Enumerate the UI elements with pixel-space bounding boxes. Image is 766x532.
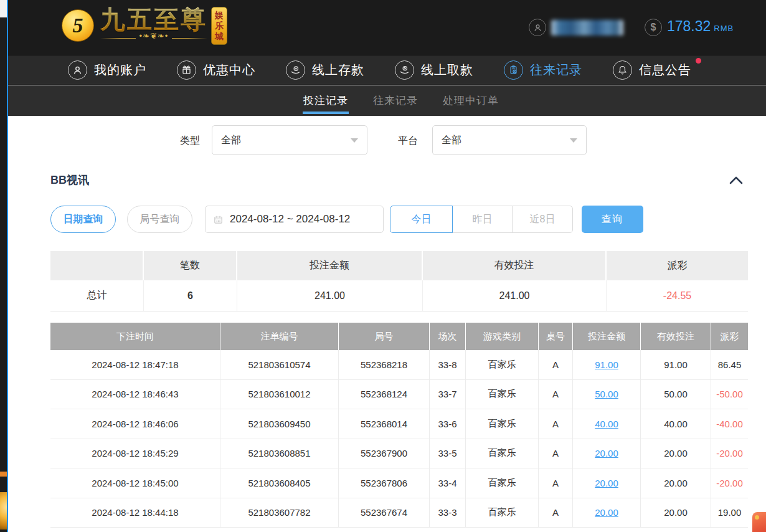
col-header-session: 场次: [430, 323, 466, 350]
cell-game-type: 百家乐: [466, 350, 539, 379]
bet-table-body: 2024-08-12 18:47:18521803610574552368218…: [50, 350, 748, 528]
cell-payout: -40.00: [711, 409, 748, 439]
cell-bet-time: 2024-08-12 18:45:29: [50, 439, 220, 468]
cell-valid-bet: 91.00: [641, 350, 711, 379]
bet-amount-link[interactable]: 20.00: [595, 507, 618, 518]
cell-game-type: 百家乐: [466, 380, 539, 409]
table-row: 2024-08-12 18:45:29521803608851552367900…: [50, 439, 748, 469]
cell-round-id: 552367674: [339, 498, 430, 528]
cell-valid-bet: 20.00: [641, 468, 711, 498]
nav-item-my-account[interactable]: 我的账户: [68, 60, 146, 80]
cell-bet-id: 521803610574: [220, 350, 339, 379]
summary-payout: -24.55: [607, 280, 748, 311]
nav-label: 我的账户: [94, 62, 146, 78]
table-row: 2024-08-12 18:47:18521803610574552368218…: [50, 350, 748, 380]
platform-select-value: 全部: [442, 134, 461, 147]
bet-amount-link[interactable]: 91.00: [595, 359, 618, 370]
cell-round-id: 552367806: [339, 468, 430, 498]
cell-bet-id: 521803608851: [220, 439, 339, 468]
username-redacted[interactable]: [551, 20, 623, 36]
tab-bet-records[interactable]: 投注记录: [303, 85, 349, 116]
cell-bet-amount-link: 20.00: [573, 498, 641, 528]
nav-label: 信息公告: [639, 62, 691, 78]
cell-session: 33-7: [430, 380, 466, 409]
collapse-section-button[interactable]: [728, 174, 744, 188]
record-tabs: 投注记录 往来记录 处理中订单: [8, 85, 766, 116]
gift-icon: [177, 60, 196, 80]
cell-session: 33-5: [430, 439, 466, 468]
cell-table-code: A: [539, 439, 573, 468]
main-window: 5 九五至尊 •❧❦❧• 娱 乐 城 $: [8, 0, 766, 532]
cell-bet-time: 2024-08-12 18:46:06: [50, 409, 220, 439]
top-header: 5 九五至尊 •❧❦❧• 娱 乐 城 $: [8, 0, 766, 55]
cell-payout: 86.45: [711, 350, 748, 379]
cell-round-id: 552367900: [339, 439, 430, 468]
cell-table-code: A: [539, 498, 573, 528]
cell-bet-amount-link: 20.00: [573, 468, 641, 498]
user-avatar-icon[interactable]: [529, 19, 546, 36]
cell-round-id: 552368014: [339, 409, 430, 439]
cell-bet-time: 2024-08-12 18:45:00: [50, 468, 220, 498]
search-button[interactable]: 查询: [582, 206, 643, 233]
nav-label: 线上取款: [421, 62, 473, 78]
nav-label: 往来记录: [530, 62, 582, 78]
summary-header-cell: 投注金额: [237, 251, 423, 280]
summary-valid-bet: 241.00: [423, 280, 607, 311]
platform-select[interactable]: 全部: [432, 125, 587, 155]
nav-item-promotions[interactable]: 优惠中心: [177, 60, 255, 80]
summary-count: 6: [144, 280, 237, 311]
bet-amount-link[interactable]: 20.00: [595, 478, 618, 488]
cell-game-type: 百家乐: [466, 439, 539, 468]
date-range-value: 2024-08-12 ~ 2024-08-12: [230, 213, 350, 226]
cell-valid-bet: 50.00: [641, 380, 711, 409]
records-icon: [504, 60, 523, 80]
calendar-icon: [213, 214, 224, 225]
quick-last8days-button[interactable]: 近8日: [512, 206, 573, 233]
type-filter-label: 类型: [180, 135, 200, 148]
summary-total-row: 总计 6 241.00 241.00 -24.55: [50, 280, 748, 311]
balance-currency: RMB: [714, 24, 734, 33]
nav-item-transaction-records[interactable]: 往来记录: [504, 60, 582, 80]
user-icon: [68, 60, 87, 80]
cell-bet-id: 521803610012: [220, 380, 339, 409]
round-query-button[interactable]: 局号查询: [127, 206, 192, 233]
tab-pending-orders[interactable]: 处理中订单: [442, 85, 499, 116]
bet-records-table: 下注时间 注单编号 局号 场次 游戏类别 桌号 投注金额 有效投注 派彩 202…: [50, 323, 748, 528]
deposit-icon: [286, 60, 305, 80]
cell-session: 33-3: [430, 498, 466, 528]
balance-dollar-icon: $: [645, 19, 662, 36]
cell-valid-bet: 20.00: [641, 498, 711, 528]
nav-label: 线上存款: [312, 62, 364, 78]
red-envelope-widget[interactable]: [752, 512, 766, 532]
nav-item-announcements[interactable]: 信息公告: [613, 60, 691, 80]
page: 5 九五至尊 •❧❦❧• 娱 乐 城 $: [0, 0, 766, 532]
bet-amount-link[interactable]: 40.00: [595, 419, 618, 429]
balance-display[interactable]: 178.32RMB: [667, 18, 734, 35]
cell-table-code: A: [539, 468, 573, 498]
cell-bet-id: 521803609450: [220, 409, 339, 439]
nav-item-withdraw[interactable]: 线上取款: [395, 60, 473, 80]
type-select[interactable]: 全部: [212, 125, 367, 155]
cell-game-type: 百家乐: [466, 468, 539, 498]
tab-transaction-records[interactable]: 往来记录: [372, 85, 418, 116]
primary-nav: 我的账户 优惠中心 线上存款: [8, 55, 766, 85]
cell-table-code: A: [539, 380, 573, 409]
quick-yesterday-button[interactable]: 昨日: [452, 206, 513, 233]
cell-session: 33-6: [430, 409, 466, 439]
bet-amount-link[interactable]: 50.00: [595, 389, 618, 399]
cell-payout: -20.00: [711, 468, 748, 498]
col-header-game-type: 游戏类别: [466, 323, 539, 350]
quick-range-group: 今日 昨日 近8日: [390, 206, 573, 233]
col-header-bet-time: 下注时间: [50, 323, 220, 350]
cell-round-id: 552368124: [339, 380, 430, 409]
quick-today-button[interactable]: 今日: [390, 206, 453, 233]
summary-header-cell: 笔数: [144, 251, 237, 280]
col-header-table-code: 桌号: [539, 323, 573, 350]
date-range-input[interactable]: 2024-08-12 ~ 2024-08-12: [205, 206, 384, 233]
nav-item-deposit[interactable]: 线上存款: [286, 60, 364, 80]
cell-valid-bet: 40.00: [641, 409, 711, 439]
col-header-bet-amount: 投注金额: [573, 323, 641, 350]
cell-table-code: A: [539, 409, 573, 439]
bet-amount-link[interactable]: 20.00: [595, 448, 618, 458]
date-query-button[interactable]: 日期查询: [50, 206, 116, 233]
